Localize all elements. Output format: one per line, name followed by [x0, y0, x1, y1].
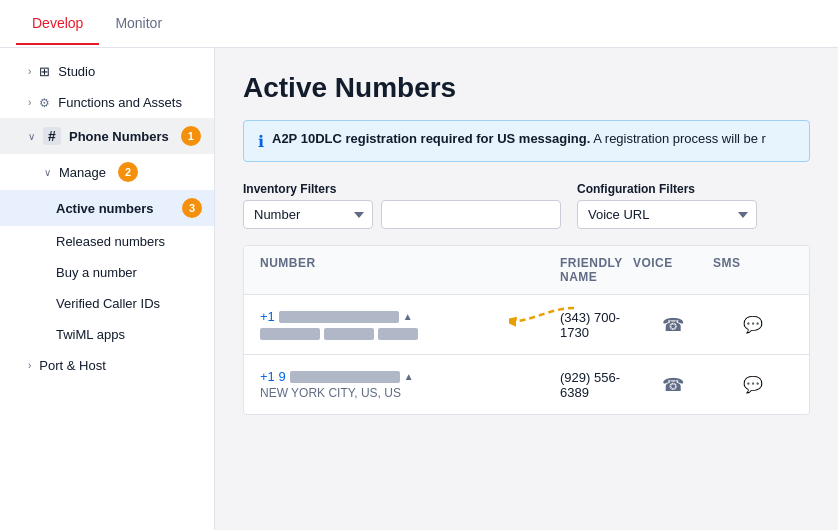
col-voice: Voice	[633, 256, 713, 284]
top-navigation: Develop Monitor	[0, 0, 838, 48]
config-filter-label: Configuration Filters	[577, 182, 757, 196]
sidebar-item-label: Verified Caller IDs	[56, 296, 160, 311]
table-row: +1 ▲	[244, 295, 809, 355]
chevron-down-icon: ∨	[28, 131, 35, 142]
inventory-filter-label: Inventory Filters	[243, 182, 561, 196]
voice-icon-1: ☎	[662, 314, 684, 336]
tab-monitor[interactable]: Monitor	[99, 3, 178, 45]
sidebar-item-label: Port & Host	[39, 358, 105, 373]
number-cell-2: +1 9 ▲ NEW YORK CITY, US, US	[260, 369, 560, 400]
inventory-filter-select[interactable]: Number Location Capabilities	[243, 200, 373, 229]
col-sms: SMS	[713, 256, 793, 284]
sms-icon-cell-1: 💬	[713, 315, 793, 334]
friendly-name-2: (929) 556-6389	[560, 370, 633, 400]
location-text-2: NEW YORK CITY, US, US	[260, 386, 560, 400]
sidebar-item-label: TwiML apps	[56, 327, 125, 342]
alert-rest: A registration process will be r	[593, 131, 766, 146]
page-title: Active Numbers	[243, 72, 810, 104]
sidebar-item-label: Functions and Assets	[58, 95, 182, 110]
sms-icon-1: 💬	[743, 315, 763, 334]
col-number: Number	[260, 256, 560, 284]
number-blurred-1	[279, 311, 399, 323]
chevron-icon: ›	[28, 97, 31, 108]
hash-icon: #	[43, 127, 61, 145]
chevron-icon: ›	[28, 360, 31, 371]
sidebar-item-functions[interactable]: › ⚙ Functions and Assets	[0, 87, 214, 118]
chevron-icon: ›	[28, 66, 31, 77]
triangle-icon-2: ▲	[404, 371, 414, 382]
badge-2: 2	[118, 162, 138, 182]
badge-3: 3	[182, 198, 202, 218]
voice-icon-cell-1: ☎	[633, 314, 713, 336]
config-filter-select[interactable]: Voice URL SMS URL Fax URL	[577, 200, 757, 229]
sidebar-item-label: Phone Numbers	[69, 129, 169, 144]
badge-1: 1	[181, 126, 201, 146]
sms-icon-2: 💬	[743, 375, 763, 394]
blur2	[324, 328, 374, 340]
sidebar-item-label: Buy a number	[56, 265, 137, 280]
numbers-table: Number Friendly Name Voice SMS +1 ▲	[243, 245, 810, 415]
inventory-filter-group: Inventory Filters Number Location Capabi…	[243, 182, 561, 229]
sidebar-item-released-numbers[interactable]: Released numbers	[0, 226, 214, 257]
triangle-icon-1: ▲	[403, 311, 413, 322]
alert-bold: A2P 10DLC registration required for US m…	[272, 131, 590, 146]
number-link-2[interactable]: +1 9 ▲	[260, 369, 560, 384]
col-friendly-name: Friendly Name	[560, 256, 633, 284]
sidebar-item-manage[interactable]: ∨ Manage 2	[0, 154, 214, 190]
functions-icon: ⚙	[39, 96, 50, 110]
sidebar-item-label: Manage	[59, 165, 106, 180]
inventory-filter-input[interactable]	[381, 200, 561, 229]
sidebar-item-label: Studio	[58, 64, 95, 79]
voice-icon-2: ☎	[662, 374, 684, 396]
number-blurred-2	[290, 371, 400, 383]
sidebar-item-active-numbers[interactable]: Active numbers 3	[0, 190, 214, 226]
table-header: Number Friendly Name Voice SMS	[244, 246, 809, 295]
filters-row: Inventory Filters Number Location Capabi…	[243, 182, 810, 229]
sidebar-item-phone-numbers[interactable]: ∨ # Phone Numbers 1	[0, 118, 214, 154]
alert-banner: ℹ A2P 10DLC registration required for US…	[243, 120, 810, 162]
sidebar-item-label: Active numbers	[56, 201, 154, 216]
sidebar-item-twiml-apps[interactable]: TwiML apps	[0, 319, 214, 350]
studio-icon: ⊞	[39, 64, 50, 79]
sidebar: › ⊞ Studio › ⚙ Functions and Assets ∨ # …	[0, 48, 215, 530]
sidebar-item-label: Released numbers	[56, 234, 165, 249]
number-prefix-2: +1 9	[260, 369, 286, 384]
info-icon: ℹ	[258, 132, 264, 151]
main-layout: › ⊞ Studio › ⚙ Functions and Assets ∨ # …	[0, 48, 838, 530]
table-row: +1 9 ▲ NEW YORK CITY, US, US (929) 556-6…	[244, 355, 809, 414]
number-prefix-1: +1	[260, 309, 275, 324]
sidebar-item-buy-number[interactable]: Buy a number	[0, 257, 214, 288]
blur3	[378, 328, 418, 340]
main-content: Active Numbers ℹ A2P 10DLC registration …	[215, 48, 838, 530]
number-cell-1: +1 ▲	[260, 309, 560, 340]
sms-icon-cell-2: 💬	[713, 375, 793, 394]
sidebar-item-port-host[interactable]: › Port & Host	[0, 350, 214, 381]
number-link-1[interactable]: +1 ▲	[260, 309, 560, 324]
alert-text: A2P 10DLC registration required for US m…	[272, 131, 766, 146]
config-filter-group: Configuration Filters Voice URL SMS URL …	[577, 182, 757, 229]
sidebar-item-verified-caller[interactable]: Verified Caller IDs	[0, 288, 214, 319]
arrow-annotation	[509, 303, 579, 333]
tab-develop[interactable]: Develop	[16, 3, 99, 45]
voice-icon-cell-2: ☎	[633, 374, 713, 396]
chevron-down-icon: ∨	[44, 167, 51, 178]
blur1	[260, 328, 320, 340]
sidebar-item-studio[interactable]: › ⊞ Studio	[0, 56, 214, 87]
